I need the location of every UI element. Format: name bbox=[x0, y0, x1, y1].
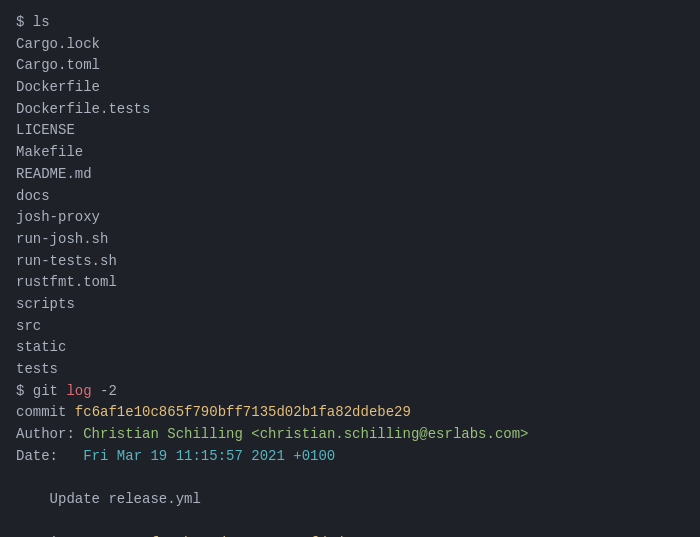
commit1-author-label: Author: bbox=[16, 426, 75, 442]
file-tests: tests bbox=[16, 359, 684, 381]
file-static: static bbox=[16, 337, 684, 359]
file-dockerfile-tests: Dockerfile.tests bbox=[16, 99, 684, 121]
log-arg bbox=[92, 383, 100, 399]
file-cargo-toml: Cargo.toml bbox=[16, 55, 684, 77]
commit1-hash: fc6af1e10c865f790bff7135d02b1fa82ddebe29 bbox=[75, 404, 411, 420]
commit1-message: Update release.yml bbox=[16, 489, 684, 511]
log-cmd: log bbox=[66, 383, 91, 399]
commit1-label: commit bbox=[16, 404, 66, 420]
ls-prompt-line: $ ls bbox=[16, 12, 684, 34]
file-cargo-lock: Cargo.lock bbox=[16, 34, 684, 56]
commit1-hash-line: commit fc6af1e10c865f790bff7135d02b1fa82… bbox=[16, 402, 684, 424]
file-dockerfile: Dockerfile bbox=[16, 77, 684, 99]
commit2-hash-line: commit 975581064fa21b3a3d6871a4e888fd6dc… bbox=[16, 533, 684, 538]
file-run-tests: run-tests.sh bbox=[16, 251, 684, 273]
git-prompt-line: $ git log -2 bbox=[16, 381, 684, 403]
ls-command: ls bbox=[33, 14, 50, 30]
file-docs: docs bbox=[16, 186, 684, 208]
file-readme: README.md bbox=[16, 164, 684, 186]
terminal: $ ls Cargo.lock Cargo.toml Dockerfile Do… bbox=[0, 0, 700, 537]
file-rustfmt: rustfmt.toml bbox=[16, 272, 684, 294]
prompt: $ bbox=[16, 14, 33, 30]
file-makefile: Makefile bbox=[16, 142, 684, 164]
commit1-date-value: Fri Mar 19 11:15:57 2021 +0100 bbox=[83, 448, 335, 464]
commit1-date-label: Date: bbox=[16, 448, 58, 464]
file-scripts: scripts bbox=[16, 294, 684, 316]
file-src: src bbox=[16, 316, 684, 338]
log-num: -2 bbox=[100, 383, 117, 399]
commit1-author-name: Christian Schilling bbox=[83, 426, 243, 442]
commit1-author-email: <christian.schilling@esrlabs.com> bbox=[243, 426, 529, 442]
file-license: LICENSE bbox=[16, 120, 684, 142]
git-prompt: $ bbox=[16, 383, 33, 399]
commit1-date-line: Date: Fri Mar 19 11:15:57 2021 +0100 bbox=[16, 446, 684, 468]
file-josh-proxy: josh-proxy bbox=[16, 207, 684, 229]
commit1-author-line: Author: Christian Schilling <christian.s… bbox=[16, 424, 684, 446]
commit1-msg-text: Update release.yml bbox=[16, 491, 201, 507]
git-cmd: git bbox=[33, 383, 58, 399]
file-run-josh: run-josh.sh bbox=[16, 229, 684, 251]
